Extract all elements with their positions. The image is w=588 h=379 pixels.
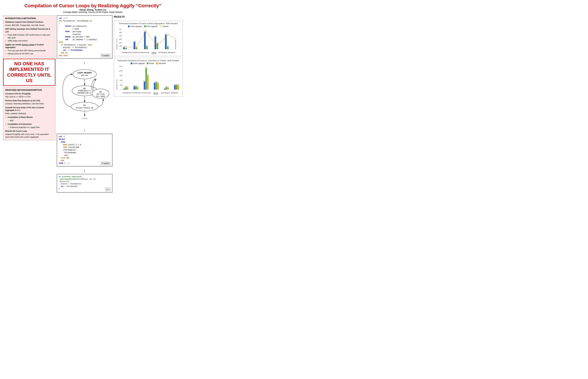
svg-text:4.64: 4.64 (155, 81, 157, 82)
svg-rect-110 (176, 85, 177, 90)
x-label-2: PromoRevenue (132, 52, 141, 54)
chart1-x-labels: OrdersByCustomer PromoRevenue VolumeCust… (122, 52, 176, 54)
svg-text:1.72: 1.72 (157, 42, 158, 43)
svg-rect-88 (137, 87, 138, 90)
svg-text:4.30: 4.30 (154, 82, 156, 83)
method-3-title: Compile the loop body’s CFG into a Custo… (5, 106, 53, 112)
main-title: Compilation of Cursor Loops by Realizing… (3, 3, 183, 8)
svg-rect-106 (167, 88, 169, 90)
svg-rect-100 (157, 83, 159, 90)
inlining-bullets: Froid, Apfel increase UDF performance to… (8, 33, 53, 42)
chart2-container: Average Time (s) 15.00 12.00 (116, 64, 180, 95)
svg-text:0.77: 0.77 (167, 46, 169, 47)
svg-point-0 (73, 69, 96, 79)
svg-rect-80 (125, 87, 127, 90)
legend-dot-blue-2 (131, 63, 132, 64)
svg-text:0.00: 0.00 (120, 89, 122, 90)
legend-ifexists-2: If-Exists (147, 63, 154, 64)
svg-point-9 (71, 102, 98, 111)
svg-text:3.00: 3.00 (120, 84, 122, 86)
highlight-panel: NO ONE HAS IMPLEMENTED IT CORRECTLY UNTI… (3, 59, 55, 86)
svg-text:1.61: 1.61 (125, 86, 127, 87)
svg-rect-82 (127, 87, 128, 90)
cfg-diagram: LOOP_HEADER (min, res) L0: CHAR name = x… (57, 66, 113, 126)
right-column: RESULTS Performance Comparison of Custom… (114, 16, 183, 96)
x-label-4: Discount Revenue (150, 52, 158, 54)
method-2-title: Perform Data Flow Analysis on the CFG (5, 99, 53, 102)
chart2-legend: Custom Aggregate If-Exists Case-When (116, 63, 180, 64)
svg-text:1.56: 1.56 (165, 86, 167, 87)
methods-title: PROPOSED METHODS/DESCRIPTION (5, 89, 53, 91)
svg-text:1.44: 1.44 (135, 46, 137, 47)
svg-text:4.01: 4.01 (157, 82, 159, 83)
x2-label-2: PromoRevenue (132, 92, 142, 95)
x-label-3: VolumeCustomer (141, 52, 150, 54)
chart2-panel: Performance Comparison of Custom vs. Cas… (114, 58, 183, 96)
legend-label-green-1: Built-in Aggregate (146, 26, 158, 27)
cpp-code-box: if (LessThan::Operation( CastLongtoDecim… (57, 174, 113, 192)
svg-text:0.63: 0.63 (124, 46, 126, 47)
legend-dot-blue-1 (128, 26, 130, 27)
legend-label-yellow-2: Case-When (158, 63, 166, 64)
methods-bullets: Compilation of Basic Blocks → goto Compi… (8, 116, 53, 129)
aggify-bullet-1: The only case that UDF Inlining cannot h… (8, 49, 53, 52)
legend-line-1 (160, 26, 162, 26)
cfg-svg: LOOP_HEADER (min, res) L0: CHAR name = x… (59, 67, 110, 125)
svg-rect-92 (145, 68, 147, 90)
x2-label-6: WaitingOrders (170, 92, 179, 95)
intro-title: INTRODUCTION & MOTIVATION (5, 17, 53, 20)
chart2-axes: 15.00 12.00 9.00 6.00 3.00 0.00 0.55 1.6… (118, 66, 179, 90)
svg-text:res = name;: res = name; (96, 95, 105, 97)
svg-text:3.74: 3.74 (155, 35, 156, 36)
legend-speedup-1: Speedup (160, 26, 169, 27)
svg-text:6.00: 6.00 (119, 29, 121, 30)
legend-dot-yellow-2 (156, 63, 158, 64)
intro-content: Databases support User Defined Functions… (5, 21, 53, 55)
x2-label-1: OrdersByCustomer (122, 92, 132, 95)
chart2-y-label: Average Time (s) (116, 66, 118, 90)
arrow-down-1: ↓ (57, 60, 113, 65)
svg-text:5.17: 5.17 (144, 80, 145, 81)
inlining-title: UDF Inlining speedups User Defined Funct… (5, 28, 53, 33)
svg-text:min = cost;: min = cost; (97, 93, 105, 95)
aggify-title: Aggify can rewrite Cursor Loops to Custo… (5, 43, 53, 49)
svg-rect-34 (123, 47, 125, 49)
left-column: INTRODUCTION & MOTIVATION Databases supp… (3, 16, 55, 140)
method-1-desc: SQL Source => JSON => CFG (5, 96, 30, 98)
chart1-container: Average Time (s) 6 (116, 27, 180, 54)
svg-rect-104 (166, 87, 167, 90)
svg-text:9.00: 9.00 (120, 75, 122, 76)
middle-column: val := ? FOR fetchedcost, fetchedname IN… (57, 16, 113, 192)
svg-text:15.00: 15.00 (119, 66, 122, 67)
svg-text:2.00: 2.00 (119, 42, 121, 43)
arrow-down-2: ↓ (57, 128, 113, 132)
svg-text:0.19: 0.19 (167, 33, 169, 34)
udf-desc: Oracle, IBM DB2, PostgreSQL, and SQL Ser… (5, 24, 44, 26)
svg-text:1.59: 1.59 (137, 86, 139, 87)
x2-label-3: VolumeCustomer (142, 92, 151, 95)
x2-label-5: MinCostSupplier (161, 92, 170, 95)
chart1-y-label: Average Time (s) (116, 29, 118, 49)
svg-text:1.31: 1.31 (167, 86, 169, 87)
chart1-title: Performance Comparison of Custom vs Buil… (116, 23, 180, 25)
page-header: Compilation of Cursor Loops by Realizing… (3, 3, 183, 13)
svg-text:6.00: 6.00 (120, 80, 122, 81)
svg-text:0.52: 0.52 (164, 88, 166, 89)
svg-rect-52 (167, 47, 169, 49)
svg-rect-98 (156, 82, 157, 90)
svg-rect-40 (136, 48, 137, 49)
svg-rect-102 (164, 89, 165, 90)
svg-text:br (cost < min) [L2, L3]: br (cost < min) [L2, L3] (76, 107, 93, 109)
chart1-panel: Performance Comparison of Custom vs Buil… (114, 21, 183, 56)
highlight-text: NO ONE HAS IMPLEMENTED IT CORRECTLY UNTI… (6, 61, 53, 83)
svg-text:0.55: 0.55 (123, 88, 125, 89)
authors: Haoyu Zhang, Yuchen Liu (3, 8, 183, 11)
chart2-x-labels: OrdersByCustomer PromoRevenue VolumeCust… (122, 92, 179, 95)
sql-code-box: val := SELECT CASE WHEN count(*) > 0 THE… (57, 134, 113, 166)
aggify-bullets: The only case that UDF Inlining cannot h… (8, 49, 53, 55)
inlining-bullet-1: Froid, Apfel increase UDF performance to… (8, 33, 53, 39)
svg-rect-46 (155, 36, 156, 49)
svg-text:CHAR name = x;: CHAR name = x; (78, 90, 91, 92)
svg-rect-86 (135, 86, 137, 90)
inlining-bullet-2: 1000x faster than before (8, 39, 53, 42)
